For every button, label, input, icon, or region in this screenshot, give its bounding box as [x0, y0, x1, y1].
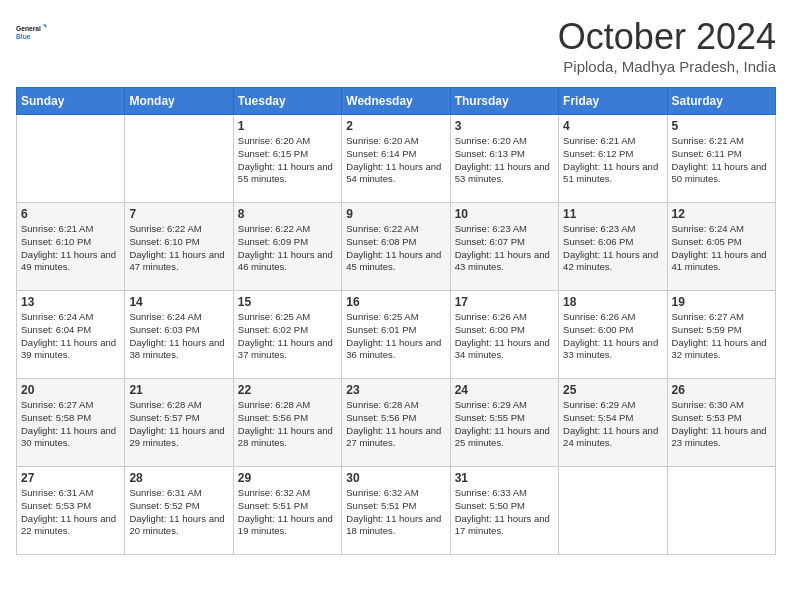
calendar-cell: 21 Sunrise: 6:28 AMSunset: 5:57 PMDaylig…	[125, 379, 233, 467]
sunrise-text: Sunrise: 6:24 AMSunset: 6:03 PMDaylight:…	[129, 311, 224, 360]
sunrise-text: Sunrise: 6:20 AMSunset: 6:13 PMDaylight:…	[455, 135, 550, 184]
calendar-cell: 6 Sunrise: 6:21 AMSunset: 6:10 PMDayligh…	[17, 203, 125, 291]
calendar-cell: 30 Sunrise: 6:32 AMSunset: 5:51 PMDaylig…	[342, 467, 450, 555]
day-number: 14	[129, 295, 228, 309]
header-monday: Monday	[125, 88, 233, 115]
week-row-1: 1 Sunrise: 6:20 AMSunset: 6:15 PMDayligh…	[17, 115, 776, 203]
header-saturday: Saturday	[667, 88, 775, 115]
location: Piploda, Madhya Pradesh, India	[558, 58, 776, 75]
sunrise-text: Sunrise: 6:24 AMSunset: 6:04 PMDaylight:…	[21, 311, 116, 360]
calendar-cell: 31 Sunrise: 6:33 AMSunset: 5:50 PMDaylig…	[450, 467, 558, 555]
calendar-cell: 22 Sunrise: 6:28 AMSunset: 5:56 PMDaylig…	[233, 379, 341, 467]
sunrise-text: Sunrise: 6:30 AMSunset: 5:53 PMDaylight:…	[672, 399, 767, 448]
day-number: 28	[129, 471, 228, 485]
sunrise-text: Sunrise: 6:32 AMSunset: 5:51 PMDaylight:…	[238, 487, 333, 536]
calendar-cell: 27 Sunrise: 6:31 AMSunset: 5:53 PMDaylig…	[17, 467, 125, 555]
week-row-3: 13 Sunrise: 6:24 AMSunset: 6:04 PMDaylig…	[17, 291, 776, 379]
day-number: 25	[563, 383, 662, 397]
day-number: 30	[346, 471, 445, 485]
calendar-cell: 19 Sunrise: 6:27 AMSunset: 5:59 PMDaylig…	[667, 291, 775, 379]
sunrise-text: Sunrise: 6:22 AMSunset: 6:10 PMDaylight:…	[129, 223, 224, 272]
calendar-cell: 4 Sunrise: 6:21 AMSunset: 6:12 PMDayligh…	[559, 115, 667, 203]
calendar-cell: 9 Sunrise: 6:22 AMSunset: 6:08 PMDayligh…	[342, 203, 450, 291]
header-thursday: Thursday	[450, 88, 558, 115]
week-row-5: 27 Sunrise: 6:31 AMSunset: 5:53 PMDaylig…	[17, 467, 776, 555]
month-title: October 2024	[558, 16, 776, 58]
header-tuesday: Tuesday	[233, 88, 341, 115]
logo: General Blue	[16, 16, 48, 48]
sunrise-text: Sunrise: 6:24 AMSunset: 6:05 PMDaylight:…	[672, 223, 767, 272]
calendar-cell	[667, 467, 775, 555]
sunrise-text: Sunrise: 6:33 AMSunset: 5:50 PMDaylight:…	[455, 487, 550, 536]
day-number: 13	[21, 295, 120, 309]
calendar-cell	[125, 115, 233, 203]
sunrise-text: Sunrise: 6:25 AMSunset: 6:01 PMDaylight:…	[346, 311, 441, 360]
day-number: 24	[455, 383, 554, 397]
sunrise-text: Sunrise: 6:20 AMSunset: 6:15 PMDaylight:…	[238, 135, 333, 184]
calendar-cell: 3 Sunrise: 6:20 AMSunset: 6:13 PMDayligh…	[450, 115, 558, 203]
sunrise-text: Sunrise: 6:27 AMSunset: 5:59 PMDaylight:…	[672, 311, 767, 360]
day-number: 20	[21, 383, 120, 397]
day-number: 23	[346, 383, 445, 397]
header-wednesday: Wednesday	[342, 88, 450, 115]
header-sunday: Sunday	[17, 88, 125, 115]
day-number: 12	[672, 207, 771, 221]
calendar-cell: 5 Sunrise: 6:21 AMSunset: 6:11 PMDayligh…	[667, 115, 775, 203]
sunrise-text: Sunrise: 6:29 AMSunset: 5:54 PMDaylight:…	[563, 399, 658, 448]
day-number: 26	[672, 383, 771, 397]
sunrise-text: Sunrise: 6:29 AMSunset: 5:55 PMDaylight:…	[455, 399, 550, 448]
calendar-cell: 2 Sunrise: 6:20 AMSunset: 6:14 PMDayligh…	[342, 115, 450, 203]
sunrise-text: Sunrise: 6:26 AMSunset: 6:00 PMDaylight:…	[455, 311, 550, 360]
sunrise-text: Sunrise: 6:25 AMSunset: 6:02 PMDaylight:…	[238, 311, 333, 360]
svg-marker-2	[43, 24, 47, 28]
day-number: 15	[238, 295, 337, 309]
header-row: SundayMondayTuesdayWednesdayThursdayFrid…	[17, 88, 776, 115]
header-friday: Friday	[559, 88, 667, 115]
day-number: 10	[455, 207, 554, 221]
calendar-cell: 28 Sunrise: 6:31 AMSunset: 5:52 PMDaylig…	[125, 467, 233, 555]
calendar-table: SundayMondayTuesdayWednesdayThursdayFrid…	[16, 87, 776, 555]
calendar-cell: 18 Sunrise: 6:26 AMSunset: 6:00 PMDaylig…	[559, 291, 667, 379]
day-number: 6	[21, 207, 120, 221]
day-number: 22	[238, 383, 337, 397]
calendar-cell: 13 Sunrise: 6:24 AMSunset: 6:04 PMDaylig…	[17, 291, 125, 379]
day-number: 18	[563, 295, 662, 309]
calendar-cell	[17, 115, 125, 203]
day-number: 3	[455, 119, 554, 133]
calendar-cell: 16 Sunrise: 6:25 AMSunset: 6:01 PMDaylig…	[342, 291, 450, 379]
sunrise-text: Sunrise: 6:21 AMSunset: 6:12 PMDaylight:…	[563, 135, 658, 184]
sunrise-text: Sunrise: 6:27 AMSunset: 5:58 PMDaylight:…	[21, 399, 116, 448]
sunrise-text: Sunrise: 6:20 AMSunset: 6:14 PMDaylight:…	[346, 135, 441, 184]
day-number: 4	[563, 119, 662, 133]
sunrise-text: Sunrise: 6:32 AMSunset: 5:51 PMDaylight:…	[346, 487, 441, 536]
week-row-2: 6 Sunrise: 6:21 AMSunset: 6:10 PMDayligh…	[17, 203, 776, 291]
day-number: 16	[346, 295, 445, 309]
calendar-cell: 23 Sunrise: 6:28 AMSunset: 5:56 PMDaylig…	[342, 379, 450, 467]
day-number: 8	[238, 207, 337, 221]
calendar-cell: 15 Sunrise: 6:25 AMSunset: 6:02 PMDaylig…	[233, 291, 341, 379]
day-number: 9	[346, 207, 445, 221]
calendar-cell: 29 Sunrise: 6:32 AMSunset: 5:51 PMDaylig…	[233, 467, 341, 555]
day-number: 1	[238, 119, 337, 133]
svg-text:General: General	[16, 25, 41, 32]
calendar-cell: 14 Sunrise: 6:24 AMSunset: 6:03 PMDaylig…	[125, 291, 233, 379]
sunrise-text: Sunrise: 6:22 AMSunset: 6:08 PMDaylight:…	[346, 223, 441, 272]
calendar-cell: 10 Sunrise: 6:23 AMSunset: 6:07 PMDaylig…	[450, 203, 558, 291]
sunrise-text: Sunrise: 6:28 AMSunset: 5:57 PMDaylight:…	[129, 399, 224, 448]
calendar-cell: 26 Sunrise: 6:30 AMSunset: 5:53 PMDaylig…	[667, 379, 775, 467]
sunrise-text: Sunrise: 6:22 AMSunset: 6:09 PMDaylight:…	[238, 223, 333, 272]
sunrise-text: Sunrise: 6:31 AMSunset: 5:53 PMDaylight:…	[21, 487, 116, 536]
calendar-cell: 8 Sunrise: 6:22 AMSunset: 6:09 PMDayligh…	[233, 203, 341, 291]
day-number: 7	[129, 207, 228, 221]
day-number: 2	[346, 119, 445, 133]
day-number: 17	[455, 295, 554, 309]
calendar-cell: 1 Sunrise: 6:20 AMSunset: 6:15 PMDayligh…	[233, 115, 341, 203]
svg-text:Blue: Blue	[16, 33, 31, 40]
page-header: General Blue October 2024 Piploda, Madhy…	[16, 16, 776, 75]
sunrise-text: Sunrise: 6:31 AMSunset: 5:52 PMDaylight:…	[129, 487, 224, 536]
calendar-cell	[559, 467, 667, 555]
sunrise-text: Sunrise: 6:21 AMSunset: 6:11 PMDaylight:…	[672, 135, 767, 184]
sunrise-text: Sunrise: 6:26 AMSunset: 6:00 PMDaylight:…	[563, 311, 658, 360]
sunrise-text: Sunrise: 6:28 AMSunset: 5:56 PMDaylight:…	[238, 399, 333, 448]
title-block: October 2024 Piploda, Madhya Pradesh, In…	[558, 16, 776, 75]
